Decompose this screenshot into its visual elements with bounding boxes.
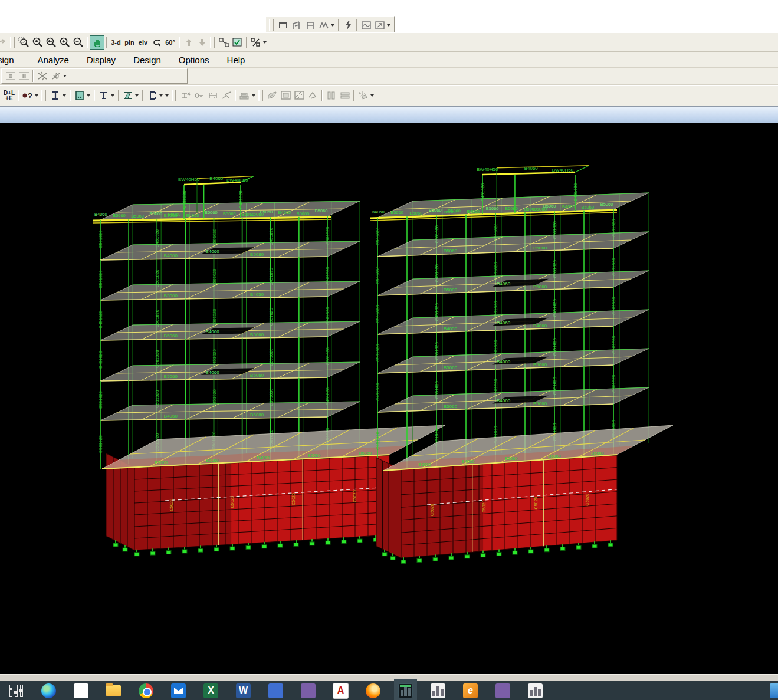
etabs-active-app-icon[interactable] bbox=[398, 683, 413, 699]
sliders-app-icon[interactable] bbox=[8, 683, 24, 699]
autocad-icon[interactable]: A bbox=[333, 683, 349, 699]
separator bbox=[338, 19, 339, 31]
pier-section-icon[interactable] bbox=[324, 89, 338, 102]
word-icon[interactable]: W bbox=[235, 683, 251, 699]
composite-dropdown-arrow[interactable] bbox=[111, 94, 114, 97]
pan-hand-icon[interactable] bbox=[90, 35, 104, 50]
selection-ratio-icon[interactable] bbox=[249, 36, 262, 49]
frame-two-story-icon[interactable] bbox=[303, 19, 317, 32]
wall-hatch-icon[interactable] bbox=[293, 89, 306, 102]
move-up-story-icon[interactable] bbox=[182, 36, 195, 49]
view-elevation-button[interactable]: elv bbox=[136, 36, 150, 49]
mail-icon[interactable] bbox=[170, 683, 186, 699]
frame-portal-icon[interactable] bbox=[276, 19, 290, 32]
zoom-previous-icon[interactable] bbox=[44, 36, 58, 49]
concrete-dropdown-arrow[interactable] bbox=[87, 94, 90, 97]
toolbar-grip[interactable] bbox=[210, 37, 215, 48]
wall-dropdown-arrow[interactable] bbox=[252, 94, 255, 97]
store-icon[interactable] bbox=[73, 683, 89, 699]
edge-icon[interactable] bbox=[41, 683, 57, 699]
purple-grid-app-2-icon[interactable] bbox=[495, 683, 511, 699]
perspective-toggle-button[interactable]: 60° bbox=[163, 36, 177, 49]
cold-formed-channel-icon[interactable] bbox=[145, 89, 159, 102]
zoom-window-icon[interactable] bbox=[17, 36, 31, 49]
toolbar-grip[interactable] bbox=[41, 90, 46, 101]
toolbar-grip[interactable] bbox=[258, 90, 263, 101]
wall-assign-icon[interactable] bbox=[306, 89, 320, 102]
display-options-check-icon[interactable] bbox=[231, 36, 244, 49]
file-explorer-icon[interactable] bbox=[106, 683, 122, 699]
pier-design-icon[interactable] bbox=[265, 89, 279, 102]
menu-item-help[interactable]: Help bbox=[222, 52, 251, 67]
3d-model-scene[interactable]: C501020C451020C501030C451020C501020B5060… bbox=[0, 123, 778, 674]
menu-item-assign[interactable]: sign bbox=[0, 52, 19, 67]
rotate-view-icon[interactable] bbox=[150, 36, 163, 49]
excel-icon[interactable]: X bbox=[203, 683, 219, 699]
ratio-dropdown-arrow[interactable] bbox=[263, 41, 267, 44]
composite-beam-icon[interactable] bbox=[97, 89, 110, 102]
partial-app-icon[interactable] bbox=[770, 683, 778, 698]
grid-data-table-icon[interactable] bbox=[17, 70, 31, 83]
zoom-out-icon[interactable] bbox=[71, 36, 85, 49]
svg-text:B5060: B5060 bbox=[260, 209, 273, 215]
spandrel-section-icon[interactable] bbox=[338, 89, 352, 102]
steel-joist-icon[interactable] bbox=[121, 89, 134, 102]
section-cut-icon[interactable] bbox=[49, 70, 63, 83]
frame-sloped-icon[interactable] bbox=[290, 19, 303, 32]
info-dropdown-arrow[interactable] bbox=[35, 94, 38, 97]
move-down-story-icon[interactable] bbox=[195, 36, 209, 49]
menu-item-options[interactable]: Options bbox=[173, 52, 215, 67]
wall-overwrite-icon[interactable] bbox=[356, 89, 370, 102]
show-output-icon[interactable] bbox=[373, 19, 386, 32]
menu-item-analyze[interactable]: Analyze bbox=[32, 52, 74, 67]
zoom-full-icon[interactable] bbox=[31, 36, 44, 49]
toolbar-grip[interactable] bbox=[10, 37, 15, 48]
view-3d-button[interactable]: 3-d bbox=[109, 36, 123, 49]
building-app-icon[interactable] bbox=[430, 683, 446, 699]
show-deformed-shape-icon[interactable] bbox=[359, 19, 373, 32]
story-data-table-icon[interactable] bbox=[4, 70, 17, 83]
run-analysis-lightning-icon[interactable] bbox=[341, 19, 354, 32]
menu-item-display[interactable]: Display bbox=[81, 52, 121, 67]
view-plan-button[interactable]: pln bbox=[123, 36, 136, 49]
frame-dropdown-arrow[interactable] bbox=[331, 24, 334, 27]
load-combo-icon[interactable]: D+L+E bbox=[2, 89, 16, 102]
calculator-icon[interactable] bbox=[268, 683, 284, 699]
chrome-icon[interactable] bbox=[138, 683, 154, 699]
undo-icon[interactable] bbox=[0, 36, 9, 49]
building-app-2-icon[interactable] bbox=[527, 683, 543, 699]
toolbar-grip[interactable] bbox=[269, 19, 274, 31]
design-verify-icon[interactable] bbox=[219, 89, 233, 102]
joist-dropdown-arrow[interactable] bbox=[135, 94, 139, 97]
design-group-icon[interactable] bbox=[179, 89, 192, 102]
separator bbox=[106, 37, 107, 48]
firefox-icon[interactable] bbox=[365, 683, 381, 699]
menu-item-design[interactable]: Design bbox=[128, 52, 166, 67]
svg-text:C501020: C501020 bbox=[98, 435, 103, 453]
etabs-e-icon[interactable]: e bbox=[462, 683, 478, 699]
svg-text:B5060: B5060 bbox=[315, 208, 328, 213]
svg-text:B4060: B4060 bbox=[497, 320, 511, 326]
steel-dropdown-arrow[interactable] bbox=[63, 94, 66, 97]
toolbar-grip[interactable] bbox=[172, 90, 176, 101]
shrink-objects-icon[interactable] bbox=[217, 36, 231, 49]
overwrite-dropdown-arrow[interactable] bbox=[370, 94, 374, 97]
frame-zigzag-icon[interactable] bbox=[317, 19, 330, 32]
design-key-icon[interactable] bbox=[192, 89, 206, 102]
zoom-in-icon[interactable] bbox=[58, 36, 71, 49]
svg-text:B5060: B5060 bbox=[113, 213, 126, 218]
spandrel-design-icon[interactable] bbox=[279, 89, 293, 102]
purple-grid-app-icon[interactable] bbox=[300, 683, 316, 699]
display-dropdown-arrow[interactable] bbox=[387, 24, 390, 27]
model-viewport[interactable]: C501020C451020C501030C451020C501020B5060… bbox=[0, 123, 778, 674]
channel-dropdown-arrow[interactable] bbox=[159, 94, 163, 97]
cut-dropdown-arrow[interactable] bbox=[63, 75, 67, 77]
wall-stack-icon[interactable] bbox=[238, 89, 251, 102]
svg-text:C501020: C501020 bbox=[98, 271, 103, 288]
member-info-icon[interactable]: ? bbox=[21, 89, 34, 102]
design-combo-select-icon[interactable] bbox=[206, 89, 219, 102]
channel-dropdown-arrow-2[interactable] bbox=[165, 94, 169, 97]
break-elements-icon[interactable] bbox=[35, 70, 49, 83]
concrete-design-icon[interactable] bbox=[73, 89, 86, 102]
steel-design-ibeam-icon[interactable] bbox=[48, 89, 62, 102]
